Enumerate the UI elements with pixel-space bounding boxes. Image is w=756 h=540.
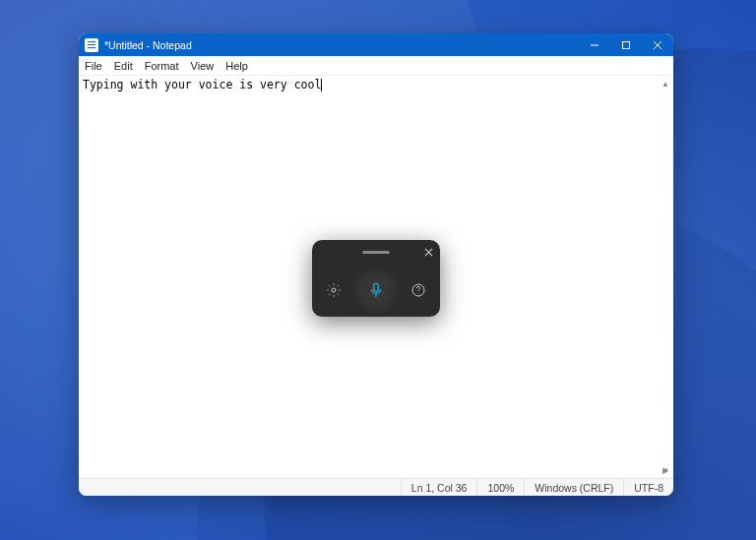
app-icon: [85, 38, 98, 52]
voice-panel-header[interactable]: [312, 240, 440, 264]
menu-format[interactable]: Format: [139, 56, 185, 75]
text-caret: [321, 79, 322, 91]
voice-settings-button[interactable]: [324, 280, 344, 300]
drag-handle-icon[interactable]: [362, 251, 390, 254]
status-position: Ln 1, Col 36: [401, 479, 477, 496]
microphone-button[interactable]: [357, 271, 395, 309]
menu-view[interactable]: View: [185, 56, 220, 75]
menubar: File Edit Format View Help: [79, 56, 673, 76]
statusbar: Ln 1, Col 36 100% Windows (CRLF) UTF-8: [79, 478, 673, 496]
menu-file[interactable]: File: [79, 56, 108, 75]
svg-point-9: [418, 293, 419, 294]
window-title: *Untitled - Notepad: [104, 39, 192, 51]
svg-rect-1: [623, 41, 630, 48]
status-encoding: UTF-8: [623, 479, 673, 496]
voice-typing-panel[interactable]: [312, 240, 440, 317]
menu-edit[interactable]: Edit: [108, 56, 139, 75]
close-button[interactable]: [642, 33, 673, 56]
voice-close-button[interactable]: [420, 244, 436, 260]
vertical-scrollbar[interactable]: ▲ ▼: [658, 76, 673, 478]
menu-help[interactable]: Help: [220, 56, 254, 75]
status-line-ending: Windows (CRLF): [524, 479, 623, 496]
editor-content: Typing with your voice is very cool: [83, 78, 321, 91]
svg-point-6: [332, 288, 336, 292]
status-zoom[interactable]: 100%: [476, 479, 524, 496]
svg-rect-7: [374, 283, 379, 291]
scroll-right-icon[interactable]: ▶: [658, 462, 673, 478]
titlebar[interactable]: *Untitled - Notepad: [79, 33, 673, 56]
scroll-up-icon[interactable]: ▲: [658, 76, 673, 91]
voice-help-button[interactable]: [409, 280, 428, 300]
maximize-button[interactable]: [610, 33, 642, 56]
minimize-button[interactable]: [579, 33, 610, 56]
